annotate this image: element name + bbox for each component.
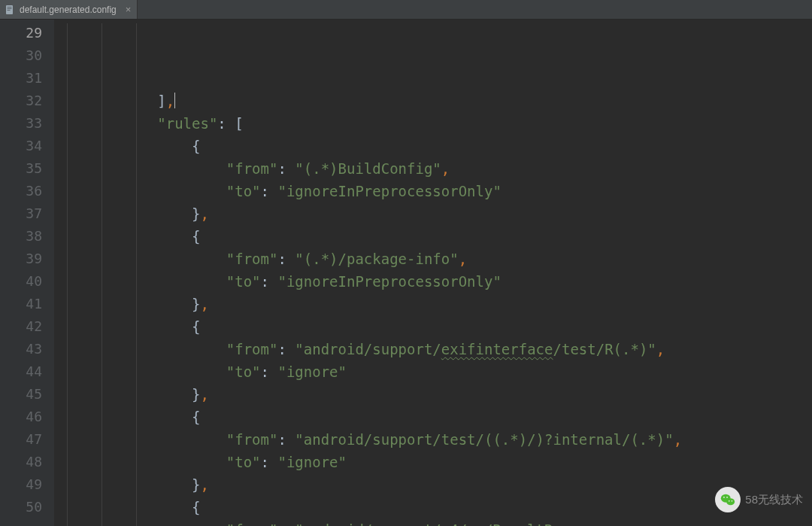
line-number: 30 — [0, 44, 42, 67]
editor-tab[interactable]: default.generated.config × — [0, 0, 138, 19]
code-line[interactable]: "to": "ignoreInPreprocessorOnly" — [54, 180, 812, 202]
code-line[interactable]: "from": "(.*)BuildConfig", — [54, 157, 812, 180]
token: { — [192, 138, 200, 154]
line-number: 50 — [0, 496, 42, 518]
token: "ignoreInPreprocessorOnly" — [277, 183, 501, 199]
token: , — [200, 296, 208, 312]
token: "android/support/ — [295, 341, 441, 357]
svg-point-9 — [732, 500, 733, 502]
code-line[interactable]: { — [54, 135, 812, 157]
line-number: 46 — [0, 406, 42, 428]
svg-point-6 — [723, 497, 725, 498]
line-number: 49 — [0, 473, 42, 496]
editor: 2930313233343536373839404142434445464748… — [0, 20, 812, 526]
code-line[interactable]: "from": "(.*)/package-info", — [54, 248, 812, 270]
token: { — [192, 228, 200, 245]
line-number: 34 — [0, 135, 42, 157]
token: : — [261, 454, 278, 470]
token: : — [277, 251, 295, 267]
token: : — [261, 183, 278, 199]
code-line[interactable]: "from": "android/support/v4/os/ResultRec… — [54, 518, 812, 526]
svg-point-5 — [726, 498, 735, 505]
token: ] — [157, 93, 165, 109]
token: exifinterface — [441, 341, 553, 357]
line-number: 37 — [0, 202, 42, 225]
code-line[interactable]: }, — [54, 202, 812, 225]
token: { — [192, 409, 200, 425]
token: "from" — [226, 160, 278, 177]
token: "to" — [226, 454, 261, 470]
line-number: 32 — [0, 90, 42, 112]
token: , — [200, 205, 208, 222]
text-caret — [174, 93, 175, 108]
token: } — [192, 386, 200, 403]
code-line[interactable]: }, — [54, 293, 812, 315]
line-number: 45 — [0, 383, 42, 406]
code-line[interactable]: "to": "ignore" — [54, 451, 812, 473]
token: } — [192, 296, 200, 312]
token: : — [277, 521, 295, 526]
token: "ignore" — [277, 454, 347, 470]
line-number: 31 — [0, 67, 42, 90]
line-number: 33 — [0, 112, 42, 135]
code-line[interactable]: }, — [54, 473, 812, 496]
token: "to" — [226, 363, 261, 380]
token: , — [166, 93, 174, 109]
svg-point-7 — [726, 497, 728, 498]
token: "to" — [226, 183, 261, 199]
code-line[interactable]: ], — [54, 90, 812, 112]
token: : — [261, 363, 278, 380]
line-number: 43 — [0, 338, 42, 360]
gutter: 2930313233343536373839404142434445464748… — [0, 20, 54, 526]
token — [579, 521, 656, 526]
code-line[interactable]: "from": "android/support/exifinterface/t… — [54, 338, 812, 360]
code-area[interactable]: ], "rules": [ { "from": "(.*)BuildConfig… — [54, 20, 812, 526]
token: } — [192, 476, 200, 493]
token: "to" — [226, 273, 261, 290]
line-number: 39 — [0, 248, 42, 270]
code-line[interactable]: "to": "ignore" — [54, 360, 812, 383]
token: "rules" — [157, 115, 217, 132]
code-line[interactable]: { — [54, 315, 812, 338]
watermark: 58无线技术 — [715, 487, 803, 512]
code-line[interactable]: { — [54, 496, 812, 518]
line-number: 47 — [0, 428, 42, 451]
wechat-icon — [715, 487, 741, 512]
token: , — [656, 341, 665, 357]
token: : — [277, 160, 295, 177]
line-number: 38 — [0, 225, 42, 248]
token: "from" — [226, 341, 278, 357]
token: /test/R(.*)" — [553, 341, 656, 357]
code-line[interactable]: "to": "ignoreInPreprocessorOnly" — [54, 270, 812, 293]
svg-point-8 — [729, 500, 730, 502]
line-number: 29 — [0, 22, 42, 44]
token: , — [674, 431, 682, 448]
line-number: 41 — [0, 293, 42, 315]
code-line[interactable]: "from": "android/support/test/((.*)/)?in… — [54, 428, 812, 451]
code-line[interactable]: { — [54, 406, 812, 428]
svg-rect-1 — [8, 7, 12, 8]
tab-filename: default.generated.config — [20, 5, 117, 15]
line-number: 35 — [0, 157, 42, 180]
token: "from" — [226, 251, 278, 267]
token: } — [192, 205, 200, 222]
code-line[interactable]: { — [54, 225, 812, 248]
svg-rect-3 — [8, 10, 11, 11]
token: { — [192, 499, 200, 515]
token: "from" — [226, 431, 278, 448]
token: "(.*)BuildConfig" — [295, 160, 441, 177]
token: { — [192, 318, 200, 335]
token: , — [459, 251, 467, 267]
code-line[interactable]: }, — [54, 383, 812, 406]
token: , — [656, 521, 665, 526]
file-icon — [5, 5, 15, 15]
svg-rect-2 — [8, 8, 12, 9]
token: "ignore" — [277, 363, 347, 380]
code-line[interactable]: "rules": [ — [54, 112, 812, 135]
line-number: 48 — [0, 451, 42, 473]
line-number: 44 — [0, 360, 42, 383]
close-icon[interactable]: × — [126, 4, 132, 15]
token: : — [277, 431, 295, 448]
tab-bar: default.generated.config × — [0, 0, 812, 20]
token: "android/support/v4/os/ResultRece — [295, 521, 579, 526]
